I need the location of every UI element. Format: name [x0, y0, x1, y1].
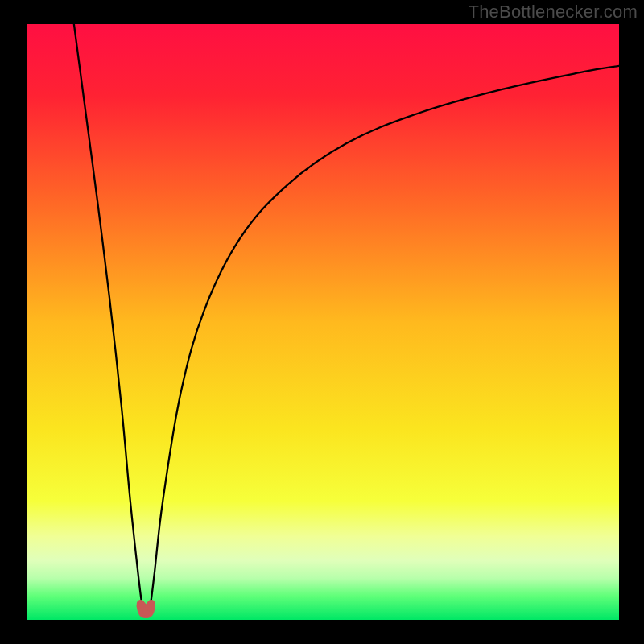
- bottleneck-curve-path: [74, 24, 619, 616]
- plot-area: [27, 24, 619, 620]
- marker-dot: [146, 601, 155, 611]
- credit-text: TheBottlenecker.com: [469, 2, 638, 23]
- curve-svg: [27, 24, 619, 620]
- stage: TheBottlenecker.com: [0, 0, 644, 644]
